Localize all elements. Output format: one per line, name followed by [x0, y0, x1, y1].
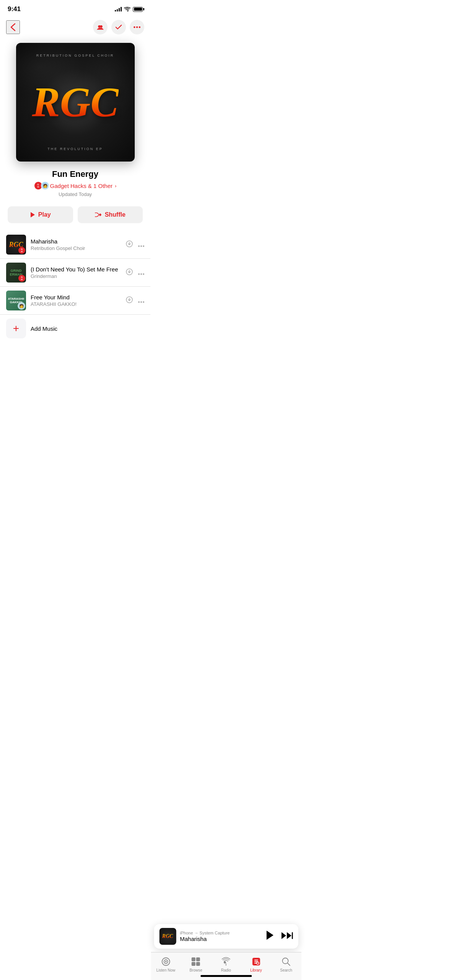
action-buttons: Play Shuffle — [0, 201, 150, 231]
song-title-1: Maharisha — [31, 238, 121, 245]
song-list: RGC GH Maharisha Retribution Gospel Choi… — [0, 231, 150, 342]
svg-point-14 — [138, 301, 140, 303]
album-main-text: RGC — [32, 81, 118, 123]
svg-point-6 — [138, 245, 140, 247]
svg-point-16 — [143, 301, 144, 303]
song-actions-1 — [126, 240, 144, 249]
svg-point-7 — [140, 245, 142, 247]
back-button[interactable] — [6, 20, 20, 34]
plus-icon: + — [13, 323, 19, 334]
chevron-right-icon: › — [115, 183, 116, 189]
svg-point-10 — [138, 273, 140, 275]
status-icons — [115, 7, 143, 12]
song-thumbnail-2: GRINDERMAN GH — [6, 263, 26, 283]
other-user-avatar: 🧑 — [41, 181, 49, 190]
collaborators-name: Gadget Hacks & 1 Other — [50, 183, 113, 189]
song-thumbnail-3: ATARASHIIGAKKO! 🧑 — [6, 291, 26, 310]
signal-icon — [115, 7, 122, 11]
status-bar: 9:41 — [0, 0, 150, 17]
svg-point-15 — [140, 301, 142, 303]
song-item-3[interactable]: ATARASHIIGAKKO! 🧑 Free Your Mind ATARASH… — [0, 287, 150, 315]
wifi-icon — [124, 7, 131, 12]
song-actions-3 — [126, 296, 144, 305]
album-bottom-text: THE REVOLUTION EP — [47, 147, 103, 151]
album-artwork: RETRIBUTION GOSPEL CHOIR RGC THE REVOLUT… — [16, 43, 135, 162]
play-label: Play — [38, 211, 51, 218]
shuffle-button[interactable]: Shuffle — [78, 206, 143, 223]
song-item-1[interactable]: RGC GH Maharisha Retribution Gospel Choi… — [0, 231, 150, 259]
svg-point-8 — [143, 245, 144, 247]
collaborator-avatars: GH 🧑 — [34, 181, 48, 190]
add-music-item[interactable]: + Add Music — [0, 315, 150, 342]
song-actions-2 — [126, 268, 144, 277]
collaborators-link[interactable]: GH 🧑 Gadget Hacks & 1 Other › — [8, 181, 143, 190]
more-icon-3[interactable] — [138, 297, 144, 305]
svg-point-11 — [140, 273, 142, 275]
song-thumbnail-1: RGC GH — [6, 235, 26, 255]
status-time: 9:41 — [8, 5, 21, 13]
song-artist-2: Grinderman — [31, 273, 121, 279]
song-title-2: (I Don't Need You To) Set Me Free — [31, 266, 121, 273]
svg-point-1 — [100, 25, 103, 28]
song-info-1: Maharisha Retribution Gospel Choir — [31, 238, 121, 251]
collaborators-button[interactable] — [93, 20, 108, 34]
svg-point-3 — [136, 26, 138, 28]
song-info-3: Free Your Mind ATARASHII GAKKO! — [31, 294, 121, 307]
svg-point-12 — [143, 273, 144, 275]
download-icon-1[interactable] — [126, 240, 133, 249]
battery-icon — [133, 7, 143, 12]
nav-actions — [93, 20, 144, 34]
song-item-2[interactable]: GRINDERMAN GH (I Don't Need You To) Set … — [0, 259, 150, 287]
more-icon-1[interactable] — [138, 241, 144, 249]
svg-point-4 — [139, 26, 141, 28]
navigation-bar — [0, 17, 150, 39]
svg-point-2 — [134, 26, 135, 28]
done-button[interactable] — [111, 20, 126, 34]
song-artist-1: Retribution Gospel Choir — [31, 245, 121, 251]
more-icon-2[interactable] — [138, 269, 144, 277]
download-icon-2[interactable] — [126, 268, 133, 277]
playlist-info: Fun Energy GH 🧑 Gadget Hacks & 1 Other ›… — [0, 169, 150, 201]
download-icon-3[interactable] — [126, 296, 133, 305]
shuffle-label: Shuffle — [105, 211, 126, 218]
play-button[interactable]: Play — [8, 206, 73, 223]
song-artist-3: ATARASHII GAKKO! — [31, 301, 121, 307]
album-top-text: RETRIBUTION GOSPEL CHOIR — [36, 54, 114, 57]
playlist-updated: Updated Today — [8, 191, 143, 197]
add-music-label: Add Music — [31, 325, 57, 332]
more-options-button[interactable] — [130, 20, 144, 34]
playlist-title: Fun Energy — [8, 169, 143, 179]
song-title-3: Free Your Mind — [31, 294, 121, 301]
add-music-button[interactable]: + — [6, 318, 26, 338]
song-info-2: (I Don't Need You To) Set Me Free Grinde… — [31, 266, 121, 279]
album-art-container: RETRIBUTION GOSPEL CHOIR RGC THE REVOLUT… — [0, 39, 150, 169]
